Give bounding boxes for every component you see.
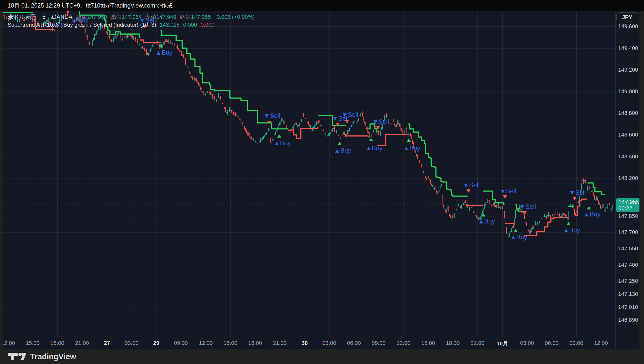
- sell-signal-label: ▼Sell: [264, 112, 280, 119]
- supertrend-red-segment: [377, 134, 408, 146]
- tradingview-brand-text: TradingView: [30, 352, 76, 361]
- sell-triangle-icon: [466, 189, 470, 193]
- price-tick-label: 146.890: [618, 317, 638, 323]
- price-tick-label: 148.400: [618, 153, 638, 160]
- time-tick-label: 12:00: [594, 340, 608, 346]
- price-axis[interactable]: JPY 149.600149.400149.200149.000148.8001…: [615, 11, 639, 349]
- time-tick-label: 15:00: [223, 340, 237, 346]
- time-tick-label: 06:00: [347, 340, 361, 346]
- price-tick-label: 149.200: [618, 67, 638, 73]
- sell-triangle-icon: [503, 195, 507, 199]
- time-tick-label: 09:00: [174, 340, 188, 346]
- buy-signal-label: ▲Buy: [47, 21, 64, 28]
- price-tick-label: 147.400: [618, 262, 638, 268]
- price-tick-label: 147.550: [618, 245, 638, 252]
- buy-signal-label: ▲Buy: [510, 234, 527, 241]
- time-tick-label: 03:00: [322, 340, 336, 346]
- supertrend-red-segment: [140, 40, 160, 43]
- price-tick-label: 149.000: [618, 88, 638, 95]
- chart-widget: ▼Sell▼Sell▼Sell▼Sell▼Sell▼Sell▼Sell▼Sell…: [3, 11, 639, 349]
- time-tick-label: 21:00: [470, 340, 484, 346]
- sell-signal-label: ▼Sell: [463, 181, 479, 189]
- time-tick-label: 12:00: [396, 340, 410, 346]
- time-tick-label: 21:00: [273, 340, 287, 346]
- time-tick-label: 30: [302, 340, 308, 346]
- buy-signal-label: ▲Buy: [274, 140, 291, 147]
- snapshot-attribution-bar: 10月 01, 2025 12:29 UTC+9、ttt710tttがTradi…: [0, 0, 644, 11]
- tradingview-logo-link[interactable]: TradingView: [8, 352, 76, 361]
- price-tick-label: 149.600: [618, 23, 638, 30]
- time-tick-label: 09:00: [569, 340, 583, 346]
- grid-layer: [3, 11, 615, 337]
- price-tick-label: 148.200: [618, 175, 638, 181]
- time-tick-label: 18:00: [446, 340, 460, 346]
- time-tick-label: 09:00: [372, 340, 385, 346]
- buy-signal-label: ▲Buy: [583, 211, 600, 218]
- price-tick-label: 147.010: [618, 304, 638, 310]
- price-tick-label: 149.400: [618, 45, 638, 52]
- price-tick-label: 147.250: [618, 278, 638, 284]
- time-tick-label: 15:00: [26, 340, 39, 346]
- time-tick-label: 12:00: [3, 340, 15, 346]
- supertrend-green-segment: [369, 124, 376, 132]
- buy-triangle-icon: [338, 142, 342, 145]
- supertrend-green-segment: [588, 183, 605, 195]
- sell-triangle-icon: [66, 11, 70, 14]
- sell-signal-label: ▼Sell: [569, 189, 586, 196]
- sell-signal-label: ▼Sell: [342, 111, 358, 118]
- time-tick-label: 29: [153, 340, 159, 346]
- buy-signal-label: ▲Buy: [366, 145, 383, 152]
- time-tick-label: 21:00: [75, 340, 89, 346]
- buy-signal-label: ▲Buy: [563, 226, 580, 234]
- sell-signal-label: ▼Sell: [519, 203, 536, 210]
- supertrend-red-segment: [525, 217, 567, 236]
- time-axis[interactable]: 12:0015:0018:0021:002703:002909:0012:001…: [3, 337, 615, 349]
- tradingview-logo-icon: [8, 352, 27, 361]
- price-tick-label: 148.600: [618, 131, 638, 138]
- buy-signal-label: ▲Buy: [478, 218, 495, 225]
- time-tick-label: 03:00: [125, 340, 138, 346]
- currency-toggle-button[interactable]: JPY: [616, 12, 638, 22]
- sell-signal-label: ▼Sell: [372, 118, 389, 125]
- time-tick-label: 18:00: [50, 340, 64, 346]
- price-tick-label: 147.700: [618, 229, 638, 236]
- buy-signal-label: ▲Buy: [334, 147, 351, 154]
- footer-bar: TradingView: [0, 349, 644, 364]
- signal-markers-layer: ▼Sell▼Sell▼Sell▼Sell▼Sell▼Sell▼Sell▼Sell…: [47, 11, 600, 241]
- price-tick-label: 148.800: [618, 110, 638, 116]
- sell-triangle-icon: [523, 211, 527, 215]
- sell-signal-label: ▼Sell: [500, 188, 516, 195]
- buy-signal-label: ▲Buy: [403, 145, 420, 152]
- buy-triangle-icon: [587, 206, 591, 209]
- time-tick-label: 27: [104, 340, 110, 346]
- time-tick-label: 18:00: [248, 340, 262, 346]
- chart-canvas[interactable]: ▼Sell▼Sell▼Sell▼Sell▼Sell▼Sell▼Sell▼Sell…: [3, 11, 615, 337]
- snapshot-attribution-text: 10月 01, 2025 12:29 UTC+9、ttt710tttがTradi…: [8, 2, 173, 9]
- bar-countdown: 00:22: [618, 205, 639, 211]
- buy-triangle-icon: [514, 229, 518, 232]
- buy-triangle-icon: [481, 213, 486, 216]
- sell-triangle-icon: [143, 25, 147, 28]
- buy-triangle-icon: [407, 139, 411, 142]
- buy-signal-label: ▲Buy: [155, 49, 173, 56]
- time-tick-label: 06:00: [545, 340, 558, 346]
- supertrend-red-segment: [346, 136, 368, 136]
- price-tick-label: 147.850: [618, 213, 638, 219]
- sell-triangle-icon: [573, 197, 577, 200]
- time-tick-label: 12:00: [199, 340, 213, 346]
- buy-triangle-icon: [567, 222, 571, 225]
- price-tick-label: 147.130: [618, 291, 638, 297]
- sell-signal-label: ▼Sell: [139, 17, 156, 24]
- time-tick-label: 15:00: [421, 340, 435, 346]
- time-tick-label: 10月: [497, 340, 508, 347]
- last-price-badge: 147.955 00:22: [616, 198, 639, 212]
- last-price-value: 147.955: [618, 199, 639, 205]
- buy-triangle-icon: [369, 138, 373, 141]
- time-tick-label: 03:00: [520, 340, 534, 346]
- buy-triangle-icon: [50, 16, 54, 19]
- buy-signal-label: ▲Buy: [71, 16, 88, 23]
- supertrend-red-segment: [506, 224, 514, 225]
- supertrend-layer: [3, 11, 605, 236]
